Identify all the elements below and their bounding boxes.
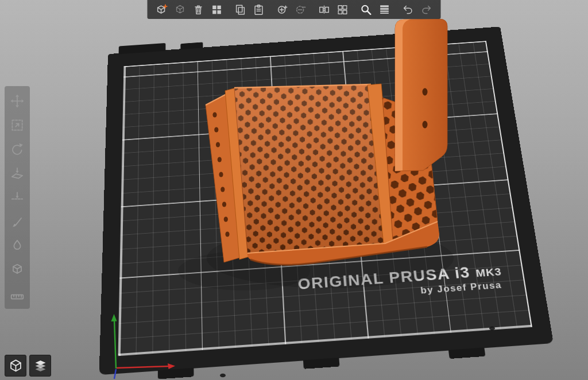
measure-tool-button[interactable] (5, 282, 30, 306)
rotate-tool-button[interactable] (5, 137, 30, 161)
cube-dashed-icon (174, 3, 187, 16)
cube-outline-icon (8, 358, 24, 374)
flatten-plane-icon (10, 166, 25, 181)
model-back-plate (395, 19, 447, 171)
cut-plane-icon (10, 190, 25, 205)
ruler-icon (10, 286, 25, 301)
seam-tool-button[interactable] (5, 234, 30, 258)
paste-icon (253, 3, 265, 16)
magnifier-icon (360, 3, 373, 16)
bed-variant-text: MK3 (475, 266, 502, 279)
move-arrows-icon (10, 94, 25, 108)
trash-icon (192, 3, 205, 16)
cube-icon (10, 262, 25, 277)
undo-button[interactable] (400, 1, 417, 18)
scale-tool-button[interactable] (5, 113, 30, 137)
redo-button[interactable] (418, 1, 435, 18)
redo-arrow-icon (420, 3, 433, 16)
split-objects-icon (318, 3, 331, 16)
editor-3d-view-button[interactable] (5, 355, 26, 377)
rotate-arrow-icon (10, 142, 25, 157)
copy-icon (234, 3, 247, 16)
move-tool-button[interactable] (5, 89, 30, 113)
model-floor-shading (234, 84, 385, 253)
delete-object-button[interactable] (172, 1, 189, 18)
bed-mount-tab (448, 347, 486, 359)
stacked-layers-icon (33, 358, 48, 374)
undo-arrow-icon (402, 3, 415, 16)
scale-box-icon (10, 118, 25, 133)
split-parts-icon (336, 3, 349, 16)
add-object-button[interactable] (153, 1, 171, 18)
model-plate-hole (423, 121, 428, 129)
split-to-objects-button[interactable] (316, 1, 333, 18)
search-button[interactable] (358, 1, 375, 18)
brush-icon (10, 214, 25, 229)
left-toolbar (5, 86, 30, 309)
layer-bars-icon (378, 3, 391, 16)
bed-mount-tab (119, 43, 166, 54)
droplet-icon (10, 238, 25, 253)
multimaterial-paint-tool-button[interactable] (5, 258, 30, 282)
bed-mount-tab (180, 42, 203, 49)
preview-layers-view-button[interactable] (29, 355, 51, 377)
top-toolbar (148, 0, 441, 19)
place-on-face-tool-button[interactable] (5, 161, 30, 185)
add-instance-button[interactable] (274, 1, 291, 18)
view-toolbar (5, 355, 51, 377)
model-plate-hole (423, 88, 428, 96)
cut-tool-button[interactable] (5, 185, 30, 210)
circle-minus-icon (295, 3, 307, 16)
bed-mount-tab (158, 368, 194, 379)
delete-all-button[interactable] (190, 1, 207, 18)
arrange-grid-icon (211, 3, 223, 16)
cube-plus-icon (156, 3, 168, 16)
circle-plus-icon (276, 3, 289, 16)
split-to-parts-button[interactable] (334, 1, 351, 18)
slicer-3d-viewport: ORIGINAL PRUSA i3 MK3 by Josef Prusa (0, 0, 588, 380)
arrange-button[interactable] (208, 1, 226, 18)
remove-instance-button[interactable] (292, 1, 310, 18)
paint-supports-tool-button[interactable] (5, 210, 30, 234)
paste-button[interactable] (250, 1, 268, 18)
variable-layer-height-button[interactable] (376, 1, 393, 18)
bed-mount-tab (303, 358, 340, 369)
copy-button[interactable] (232, 1, 249, 18)
